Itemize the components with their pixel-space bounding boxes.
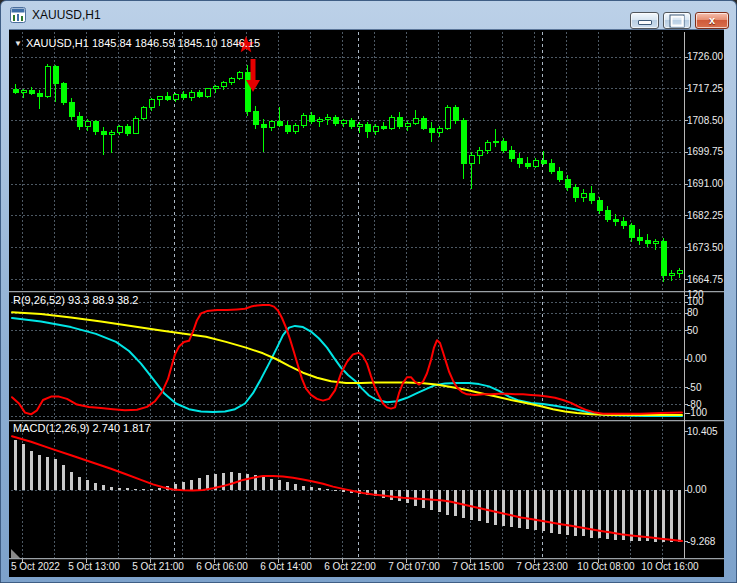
main-chart-legend: ▼XAUUSD,H1 1845.84 1846.59 1845.10 1846.… [14, 37, 260, 49]
axis-value-label: 10.405 [687, 426, 718, 437]
minimize-icon [638, 20, 652, 25]
close-button[interactable]: x [695, 12, 729, 29]
axis-value-label: 1664.75 [687, 274, 723, 285]
axis-value-label: 1726.00 [687, 51, 723, 62]
macd-legend: MACD(12,26,9) 2.740 1.817 [13, 422, 151, 434]
maximize-icon [671, 15, 684, 26]
minimize-button[interactable] [630, 12, 659, 29]
time-axis-label: 10 Oct 08:00 [577, 561, 634, 572]
title-bar[interactable]: XAUUSD,H1 x [1, 1, 736, 29]
axis-value-label: -100 [687, 407, 707, 418]
axis-value-label: 1708.50 [687, 115, 723, 126]
axis-value-label: 1682.25 [687, 210, 723, 221]
close-icon: x [696, 14, 728, 26]
maximize-button[interactable] [663, 12, 691, 29]
window-title: XAUUSD,H1 [32, 8, 101, 22]
chart-icon [10, 7, 26, 23]
axis-value-label: -9.268 [687, 536, 715, 547]
axis-value-label: -50 [687, 382, 701, 393]
chart-client-area: ▼XAUUSD,H1 1845.84 1846.59 1845.10 1846.… [9, 29, 724, 577]
axis-value-label: 1699.75 [687, 146, 723, 157]
chart-window: XAUUSD,H1 x ▼XAUUSD,H1 1845.84 1846.59 1… [0, 0, 737, 583]
axis-value-label: 1717.25 [687, 83, 723, 94]
legend-collapse-icon[interactable]: ▼ [14, 39, 22, 48]
time-axis-label: 10 Oct 16:00 [641, 561, 698, 572]
time-axis-label: 7 Oct 23:00 [516, 561, 568, 572]
axis-value-label: 0.00 [687, 484, 706, 495]
time-axis-label: 7 Oct 07:00 [388, 561, 440, 572]
time-axis-label: 5 Oct 21:00 [132, 561, 184, 572]
macd-legend-text: MACD(12,26,9) 2.740 1.817 [13, 422, 151, 434]
axis-value-label: 1673.50 [687, 242, 723, 253]
oscillator-legend-text: R(9,26,52) 93.3 88.9 38.2 [13, 294, 138, 306]
axis-value-label: 50 [687, 325, 698, 336]
oscillator-legend: R(9,26,52) 93.3 88.9 38.2 [13, 294, 138, 306]
time-axis-label: 6 Oct 06:00 [196, 561, 248, 572]
axis-value-label: 80 [687, 307, 698, 318]
time-axis-label: 6 Oct 14:00 [260, 561, 312, 572]
time-axis-label: 5 Oct 2022 [11, 561, 60, 572]
time-axis[interactable]: 5 Oct 20225 Oct 13:005 Oct 21:006 Oct 06… [9, 561, 724, 577]
axis-value-label: 100 [687, 296, 704, 307]
main-legend-text: XAUUSD,H1 1845.84 1846.59 1845.10 1846.1… [26, 37, 260, 49]
axis-value-label: 0.00 [687, 353, 706, 364]
axis-value-label: 1691.00 [687, 178, 723, 189]
time-axis-label: 6 Oct 22:00 [324, 561, 376, 572]
time-axis-label: 5 Oct 13:00 [68, 561, 120, 572]
time-axis-label: 7 Oct 15:00 [452, 561, 504, 572]
